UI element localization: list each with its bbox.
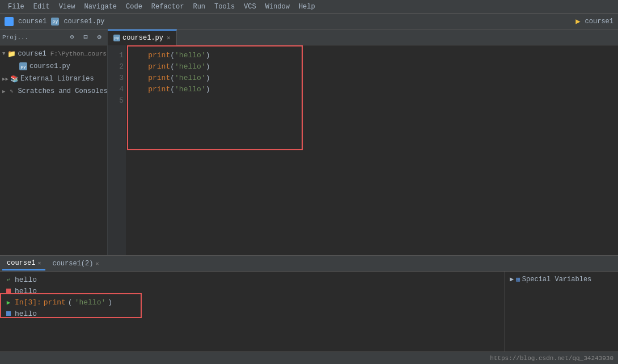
- tree-arrow-scratches: ▶: [2, 88, 5, 95]
- sidebar: Proj... ⊙ ⊟ ⚙ ▼ 📁 course1 F:\Python_cour…: [0, 29, 108, 255]
- tree-scratches[interactable]: ▶ ✎ Scratches and Consoles: [0, 85, 107, 98]
- keyword-print-4: print: [130, 84, 170, 95]
- menu-window[interactable]: Window: [261, 2, 294, 12]
- console-arrow-green-icon: ▶: [5, 298, 12, 306]
- bottom-tabs: course1 ✕ course1(2) ✕: [0, 256, 618, 272]
- bottom-tab-course1[interactable]: course1 ✕: [2, 257, 45, 270]
- console-text-2: hello: [15, 287, 37, 295]
- console-code-print: print: [44, 298, 66, 307]
- code-line-1: print('hello'): [130, 50, 613, 61]
- menu-refactor[interactable]: Refactor: [147, 2, 189, 12]
- console-line-2: hello: [5, 285, 500, 297]
- menu-help[interactable]: Help: [294, 2, 320, 12]
- menu-tools[interactable]: Tools: [210, 2, 239, 12]
- sidebar-content: ▼ 📁 course1 F:\Python_cours... py course…: [0, 45, 107, 255]
- tree-ext-libs-label: External Libraries: [20, 75, 94, 83]
- bottom-content: ↩ hello hello ▶ In[3]: print('hello'): [0, 272, 618, 352]
- variables-title: Special Variables: [522, 276, 591, 283]
- console-blue-square-icon: [5, 310, 12, 318]
- keyword-print-3: print: [130, 73, 170, 84]
- menu-bar: File Edit View Navigate Code Refactor Ru…: [0, 0, 618, 14]
- console-arrow-icon-1: ↩: [5, 276, 12, 283]
- editor-area: py course1.py ✕ 1 2 3 4 5 print('hello'): [108, 29, 618, 255]
- tab-file-icon: py: [113, 35, 120, 41]
- variables-arrow-icon: ▶: [510, 275, 514, 283]
- variables-header: ▶ ▦ Special Variables: [507, 274, 616, 285]
- run-icon: ▶: [575, 16, 580, 26]
- sidebar-sync-btn[interactable]: ⊙: [66, 32, 78, 43]
- bottom-tab-course1-2[interactable]: course1(2) ✕: [48, 257, 103, 270]
- main-area: Proj... ⊙ ⊟ ⚙ ▼ 📁 course1 F:\Python_cour…: [0, 29, 618, 255]
- menu-view[interactable]: View: [54, 2, 80, 12]
- code-line-2: print('hello'): [130, 61, 613, 73]
- variables-grid-icon: ▦: [516, 276, 520, 283]
- tab-label: course1.py: [122, 34, 163, 42]
- tree-ext-libs[interactable]: ▶▶ 📚 External Libraries: [0, 73, 107, 85]
- code-line-3: print('hello'): [130, 73, 613, 84]
- variables-panel: ▶ ▦ Special Variables: [505, 272, 618, 352]
- menu-edit[interactable]: Edit: [29, 2, 54, 12]
- tab-close[interactable]: ✕: [167, 34, 171, 41]
- console-area: ↩ hello hello ▶ In[3]: print('hello'): [0, 272, 505, 352]
- menu-vcs[interactable]: VCS: [239, 2, 261, 12]
- lib-icon: 📚: [10, 74, 19, 83]
- bottom-tab-close-2[interactable]: ✕: [95, 260, 99, 267]
- tree-scratches-label: Scratches and Consoles: [18, 87, 107, 95]
- folder-icon: 📁: [7, 49, 16, 58]
- tree-file-label: course1.py: [29, 62, 70, 70]
- editor-tabs: py course1.py ✕: [108, 29, 618, 45]
- tree-file-course1[interactable]: py course1.py: [9, 60, 107, 73]
- console-red-square-icon: [5, 287, 12, 295]
- line-numbers: 1 2 3 4 5: [108, 45, 126, 255]
- console-line-3: ▶ In[3]: print('hello'): [5, 297, 500, 308]
- console-line-4: hello: [5, 308, 500, 319]
- console-text-4: hello: [15, 310, 37, 318]
- tree-arrow-extlibs: ▶▶: [2, 76, 8, 82]
- status-bar: https://blog.csdn.net/qq_34243930: [0, 352, 618, 364]
- title-bar: course1 py course1.py ▶ course1: [0, 14, 618, 29]
- code-content[interactable]: print('hello') print('hello') print('hel…: [126, 45, 618, 255]
- code-line-4: print('hello'): [130, 84, 613, 95]
- scratch-icon: ✎: [7, 87, 16, 96]
- console-prompt: In[3]:: [15, 298, 41, 307]
- tree-root-label: course1: [18, 50, 46, 58]
- menu-run[interactable]: Run: [188, 2, 210, 12]
- py-file-icon: py: [19, 62, 28, 71]
- bottom-panel: course1 ✕ course1(2) ✕ ↩ hello he: [0, 255, 618, 352]
- bottom-tab-label-1: course1: [7, 259, 35, 267]
- code-editor: 1 2 3 4 5 print('hello') print('hello') …: [108, 45, 618, 255]
- bottom-tab-label-2: course1(2): [52, 260, 93, 268]
- run-label: course1: [585, 18, 613, 26]
- sidebar-toolbar: Proj... ⊙ ⊟ ⚙: [0, 29, 107, 45]
- sidebar-collapse-btn[interactable]: ⊟: [80, 32, 91, 43]
- console-line-1: ↩ hello: [5, 274, 500, 285]
- title-file-name: course1.py: [64, 18, 104, 26]
- file-icon: py: [51, 18, 59, 26]
- console-text-1: hello: [15, 276, 37, 284]
- tab-course1[interactable]: py course1.py ✕: [108, 29, 177, 45]
- sidebar-settings-btn[interactable]: ⚙: [94, 32, 105, 43]
- code-line-5: [130, 95, 613, 107]
- tree-root[interactable]: ▼ 📁 course1 F:\Python_cours...: [0, 48, 107, 60]
- sidebar-title: Proj...: [2, 34, 28, 41]
- project-icon: [5, 17, 14, 26]
- menu-file[interactable]: File: [3, 2, 29, 12]
- project-name: course1: [18, 18, 46, 26]
- keyword-print-1: print: [130, 50, 170, 61]
- tree-arrow-root: ▼: [2, 51, 5, 57]
- keyword-print-2: print: [130, 61, 170, 73]
- menu-code[interactable]: Code: [121, 2, 147, 12]
- menu-navigate[interactable]: Navigate: [79, 2, 121, 12]
- tree-root-path: F:\Python_cours...: [50, 50, 107, 57]
- bottom-tab-close-1[interactable]: ✕: [37, 260, 41, 266]
- status-url: https://blog.csdn.net/qq_34243930: [490, 355, 613, 362]
